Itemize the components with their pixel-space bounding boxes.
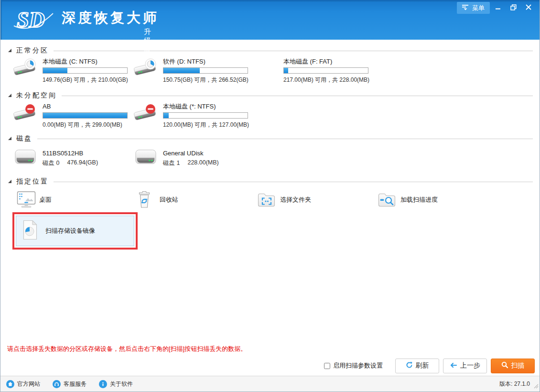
recycle-bin-icon	[133, 190, 160, 210]
partition-details: 软件 (D: NTFS) 150.75(GB) 可用，共 266.52(GB)	[163, 56, 248, 87]
location-label: 选择文件夹	[280, 196, 311, 204]
collapse-triangle-icon	[8, 180, 11, 183]
usage-bar-fill	[284, 68, 288, 73]
partition-name: AB	[43, 102, 128, 111]
refresh-button-label: 刷新	[416, 361, 429, 370]
desktop-icon	[12, 190, 39, 209]
section-header-normal-partitions[interactable]: 正常分区	[7, 45, 533, 56]
section-title: 指定位置	[16, 177, 49, 186]
restore-icon	[510, 4, 517, 12]
menu-button-label: 菜单	[472, 4, 485, 12]
location-item-load-scan-progress[interactable]: 加载扫描进度	[374, 187, 494, 212]
disk-pie-icon	[133, 56, 163, 87]
title-bar: SD 深度恢复大师 升级版 菜单	[0, 0, 540, 40]
customer-service-label: 客服服务	[64, 380, 86, 388]
about-software-label: 关于软件	[110, 380, 133, 388]
titlebar-controls: 菜单	[457, 2, 536, 14]
disk-name: 511BS0512HB	[43, 149, 98, 158]
back-button[interactable]: 上一步	[443, 359, 487, 373]
bottom-toolbar: 启用扫描参数设置 刷新 上一步	[0, 356, 540, 376]
disk-meta: 磁盘 1 228.00(MB)	[163, 159, 219, 167]
partition-item-d[interactable]: 软件 (D: NTFS) 150.75(GB) 可用，共 266.52(GB)	[133, 56, 253, 87]
title-block: 深度恢复大师 升级版	[62, 10, 159, 26]
version-label: 版本: 27.1.0	[499, 380, 534, 388]
usage-bar-fill	[163, 68, 200, 73]
disk-index: 磁盘 1	[163, 159, 180, 167]
partition-item-star-ntfs[interactable]: 本地磁盘 (*: NTFS) 120.00(MB) 可用，共 127.00(MB…	[133, 101, 253, 132]
home-icon	[6, 380, 14, 388]
minimize-button[interactable]	[491, 2, 505, 14]
disk-item-1[interactable]: General UDisk 磁盘 1 228.00(MB)	[133, 148, 253, 168]
section-header-locations[interactable]: 指定位置	[7, 176, 533, 187]
main-content: 正常分区 本地磁盘 (C: NTFS)	[0, 40, 540, 344]
partition-usage: 0.00(MB) 可用，共 299.00(MB)	[43, 121, 128, 129]
location-label: 扫描存储设备镜像	[45, 227, 95, 235]
about-software-link[interactable]: 关于软件	[99, 380, 133, 388]
resize-grip[interactable]	[533, 382, 539, 391]
section-title: 未分配空间	[16, 91, 57, 100]
partition-details: 本地磁盘 (F: FAT) 217.00(MB) 可用，共 228.00(MB)	[283, 56, 369, 87]
partition-item-f[interactable]: 本地磁盘 (F: FAT) 217.00(MB) 可用，共 228.00(MB)	[253, 56, 374, 87]
scan-button-label: 扫描	[511, 361, 525, 370]
location-item-recycle-bin[interactable]: 回收站	[133, 187, 253, 212]
official-website-link[interactable]: 官方网站	[6, 380, 40, 388]
disk-minus-icon	[12, 101, 43, 132]
partition-details: AB 0.00(MB) 可用，共 299.00(MB)	[43, 101, 128, 132]
disk-drive-icon	[133, 148, 163, 168]
location-item-desktop[interactable]: 桌面	[12, 187, 133, 212]
usage-bar	[163, 112, 248, 119]
location-label: 桌面	[39, 196, 52, 204]
customer-service-link[interactable]: 客服服务	[53, 380, 86, 388]
partition-name: 本地磁盘 (C: NTFS)	[43, 57, 128, 66]
disk-meta: 磁盘 0 476.94(GB)	[43, 159, 98, 167]
location-item-choose-folder[interactable]: 选择文件夹	[253, 187, 374, 212]
scan-params-checkbox-group[interactable]: 启用扫描参数设置	[324, 361, 383, 370]
location-item-scan-storage-image[interactable]: 扫描存储设备镜像	[16, 216, 134, 246]
partition-item-ab[interactable]: AB 0.00(MB) 可用，共 299.00(MB)	[12, 101, 133, 132]
svg-text:SD: SD	[17, 8, 45, 32]
scan-magnifier-icon	[501, 361, 508, 370]
normal-partition-row: 本地磁盘 (C: NTFS) 149.76(GB) 可用，共 210.00(GB…	[7, 56, 533, 87]
refresh-button[interactable]: 刷新	[395, 359, 439, 373]
usage-bar-fill	[43, 68, 67, 73]
disk-size: 476.94(GB)	[67, 159, 98, 167]
maximize-restore-button[interactable]	[506, 2, 520, 14]
section-rule	[54, 51, 533, 51]
collapse-triangle-icon	[8, 137, 11, 140]
partition-item-c[interactable]: 本地磁盘 (C: NTFS) 149.76(GB) 可用，共 210.00(GB…	[12, 56, 133, 87]
scan-button[interactable]: 扫描	[491, 359, 535, 373]
close-button[interactable]	[521, 2, 536, 14]
minimize-icon	[495, 4, 501, 11]
partition-usage: 217.00(MB) 可用，共 228.00(MB)	[283, 76, 369, 84]
partition-usage: 149.76(GB) 可用，共 210.00(GB)	[43, 76, 128, 84]
scan-params-checkbox[interactable]	[324, 363, 330, 369]
usage-bar	[283, 67, 368, 74]
image-file-pie-icon	[22, 219, 39, 242]
section-title: 正常分区	[16, 46, 49, 55]
usage-bar	[43, 67, 128, 74]
partition-name: 本地磁盘 (*: NTFS)	[163, 102, 249, 111]
load-scan-progress-icon	[374, 192, 400, 208]
scan-params-checkbox-label: 启用扫描参数设置	[333, 361, 383, 370]
partition-usage: 120.00(MB) 可用，共 127.00(MB)	[163, 121, 249, 129]
status-bar: 官方网站 客服服务 关于软件 版本: 27.1.0	[0, 376, 540, 392]
collapse-triangle-icon	[8, 94, 11, 97]
menu-icon	[462, 4, 469, 12]
info-icon	[99, 380, 107, 388]
menu-button[interactable]: 菜单	[457, 2, 490, 14]
disk-row: 511BS0512HB 磁盘 0 476.94(GB) General UDis…	[7, 144, 533, 172]
section-header-unallocated[interactable]: 未分配空间	[7, 90, 533, 101]
disk-details: 511BS0512HB 磁盘 0 476.94(GB)	[43, 149, 98, 167]
disk-pie-icon	[12, 56, 43, 87]
section-header-disks[interactable]: 磁盘	[7, 133, 533, 144]
partition-name: 软件 (D: NTFS)	[163, 57, 248, 66]
collapse-triangle-icon	[8, 49, 11, 52]
disk-name: General UDisk	[163, 149, 219, 158]
disk-size: 228.00(MB)	[187, 159, 218, 167]
app-window: SD 深度恢复大师 升级版 菜单	[0, 0, 540, 392]
section-rule	[54, 182, 533, 182]
disk-minus-icon	[133, 101, 163, 132]
location-label: 加载扫描进度	[400, 196, 438, 204]
refresh-icon	[406, 361, 413, 370]
disk-item-0[interactable]: 511BS0512HB 磁盘 0 476.94(GB)	[12, 148, 133, 168]
